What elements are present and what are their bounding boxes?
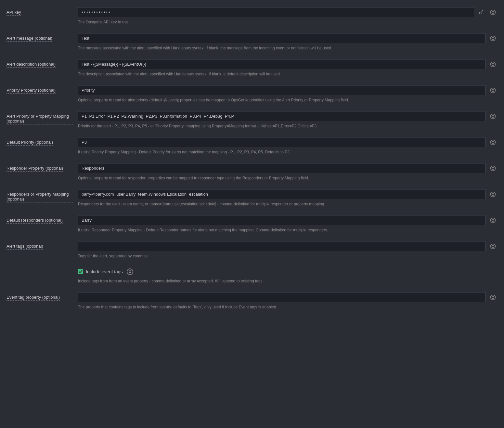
- label-col-include-event-tags: [6, 267, 78, 270]
- svg-point-4: [492, 37, 494, 39]
- input-row-responders-mapping: [78, 189, 498, 199]
- label-alert-description: Alert description (optional): [6, 62, 56, 68]
- svg-point-0: [479, 12, 481, 14]
- svg-point-19: [491, 244, 496, 249]
- svg-point-12: [492, 141, 494, 143]
- copy-btn-event-tag-property[interactable]: [488, 293, 498, 302]
- input-row-responder-property: [78, 163, 498, 173]
- input-row-event-tag-property: [78, 292, 498, 302]
- form-row-responders-mapping: Responders or Property Mapping (optional…: [0, 185, 504, 211]
- svg-point-21: [491, 295, 496, 300]
- input-api-key[interactable]: [78, 7, 474, 17]
- label-col-priority-property: Priority Property (optional): [6, 85, 78, 94]
- checkbox-row-include-event-tags: Include event tags: [78, 267, 498, 276]
- field-col-default-responders: If using Responder Property Mapping - De…: [78, 215, 498, 233]
- svg-point-20: [492, 245, 494, 247]
- input-default-priority[interactable]: [78, 137, 486, 147]
- input-priority-property[interactable]: [78, 85, 486, 95]
- input-row-alert-description: [78, 59, 498, 69]
- copy-btn-alert-message[interactable]: [488, 34, 498, 43]
- help-text-alert-description: The description associated with the aler…: [78, 71, 498, 77]
- svg-point-11: [491, 140, 496, 145]
- svg-point-1: [491, 10, 496, 15]
- svg-point-6: [492, 63, 494, 65]
- copy-btn-default-priority[interactable]: [488, 138, 498, 147]
- help-text-alert-priority-mapping: Priority for the alert - P1, P2, P3, P4,…: [78, 123, 498, 129]
- field-col-alert-tags: Tags for the alert, separated by commas.: [78, 241, 498, 259]
- help-text-alert-tags: Tags for the alert, separated by commas.: [78, 253, 498, 259]
- input-row-alert-tags: [78, 241, 498, 251]
- label-col-default-responders: Default Responders (optional): [6, 215, 78, 224]
- help-text-api-key: The Opsgenie API key to use.: [78, 19, 498, 25]
- copy-btn-api-key[interactable]: [488, 8, 498, 17]
- input-default-responders[interactable]: [78, 215, 486, 225]
- input-alert-message[interactable]: [78, 33, 486, 43]
- label-col-alert-message: Alert message (optional): [6, 33, 78, 42]
- label-col-alert-priority-mapping: Alert Priority or Property Mapping (opti…: [6, 111, 78, 124]
- field-col-include-event-tags: Include event tagsInclude tags from from…: [78, 267, 498, 284]
- copy-btn-alert-priority-mapping[interactable]: [488, 112, 498, 121]
- help-text-event-tag-property: The property that contains tags to inclu…: [78, 304, 498, 310]
- copy-btn-default-responders[interactable]: [488, 216, 498, 225]
- label-col-responders-mapping: Responders or Property Mapping (optional…: [6, 189, 78, 202]
- svg-point-13: [491, 166, 496, 171]
- form-row-include-event-tags: Include event tagsInclude tags from from…: [0, 263, 504, 288]
- field-col-responder-property: Optional property to read for responder;…: [78, 163, 498, 181]
- form-row-priority-property: Priority Property (optional)Optional pro…: [0, 81, 504, 107]
- field-col-alert-message: The message associated with the alert, s…: [78, 33, 498, 51]
- input-row-priority-property: [78, 85, 498, 95]
- copy-btn-include-event-tags[interactable]: [125, 267, 135, 276]
- form-row-alert-tags: Alert tags (optional)Tags for the alert,…: [0, 237, 504, 263]
- svg-point-8: [492, 89, 494, 91]
- svg-point-3: [491, 36, 496, 41]
- form-row-alert-description: Alert description (optional)The descript…: [0, 55, 504, 81]
- label-col-alert-description: Alert description (optional): [6, 59, 78, 68]
- input-row-default-priority: [78, 137, 498, 147]
- input-alert-description[interactable]: [78, 59, 486, 69]
- input-row-alert-message: [78, 33, 498, 43]
- svg-point-7: [491, 88, 496, 93]
- svg-point-5: [491, 62, 496, 67]
- help-text-responder-property: Optional property to read for responder;…: [78, 175, 498, 181]
- checkbox-include-event-tags[interactable]: [78, 269, 83, 274]
- help-text-default-priority: If using Priority Property Mapping - Def…: [78, 149, 498, 155]
- form-row-alert-priority-mapping: Alert Priority or Property Mapping (opti…: [0, 107, 504, 133]
- label-alert-message: Alert message (optional): [6, 36, 52, 42]
- input-row-alert-priority-mapping: [78, 111, 498, 121]
- svg-point-9: [491, 114, 496, 119]
- label-responder-property: Responder Property (optional): [6, 166, 63, 172]
- input-row-api-key: [78, 7, 498, 17]
- label-alert-tags: Alert tags (optional): [6, 244, 43, 250]
- label-col-responder-property: Responder Property (optional): [6, 163, 78, 172]
- field-col-event-tag-property: The property that contains tags to inclu…: [78, 292, 498, 310]
- key-icon-btn[interactable]: [477, 8, 486, 17]
- label-alert-priority-mapping: Alert Priority or Property Mapping (opti…: [6, 114, 73, 124]
- form-row-alert-message: Alert message (optional)The message asso…: [0, 29, 504, 55]
- help-text-alert-message: The message associated with the alert, s…: [78, 45, 498, 51]
- svg-point-16: [492, 193, 494, 195]
- input-responders-mapping[interactable]: [78, 189, 486, 199]
- field-col-default-priority: If using Priority Property Mapping - Def…: [78, 137, 498, 155]
- label-default-responders: Default Responders (optional): [6, 218, 63, 224]
- copy-btn-responders-mapping[interactable]: [488, 190, 498, 199]
- label-col-event-tag-property: Event tag property (optional): [6, 292, 78, 301]
- label-col-alert-tags: Alert tags (optional): [6, 241, 78, 250]
- field-col-priority-property: Optional property to read for alert prio…: [78, 85, 498, 103]
- help-text-priority-property: Optional property to read for alert prio…: [78, 97, 498, 103]
- svg-point-17: [491, 218, 496, 223]
- input-alert-tags[interactable]: [78, 241, 486, 251]
- label-default-priority: Default Priority (optional): [6, 140, 53, 146]
- copy-btn-alert-tags[interactable]: [488, 242, 498, 251]
- input-event-tag-property[interactable]: [78, 292, 486, 302]
- label-api-key: API key: [6, 10, 21, 16]
- svg-point-15: [491, 192, 496, 197]
- input-responder-property[interactable]: [78, 163, 486, 173]
- copy-btn-alert-description[interactable]: [488, 60, 498, 69]
- copy-btn-priority-property[interactable]: [488, 86, 498, 95]
- svg-point-2: [492, 11, 494, 13]
- help-text-default-responders: If using Responder Property Mapping - De…: [78, 227, 498, 233]
- field-col-alert-description: The description associated with the aler…: [78, 59, 498, 77]
- input-alert-priority-mapping[interactable]: [78, 111, 486, 121]
- form-row-api-key: API keyThe Opsgenie API key to use.: [0, 3, 504, 29]
- copy-btn-responder-property[interactable]: [488, 164, 498, 173]
